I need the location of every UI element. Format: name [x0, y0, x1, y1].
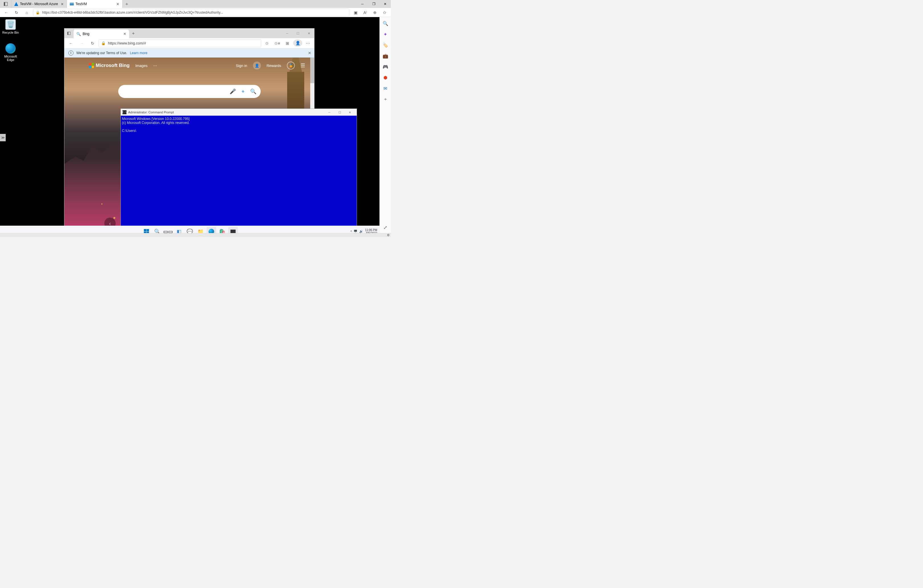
info-icon: i — [68, 51, 74, 56]
desktop-icon-label: Microsoft Edge — [0, 55, 21, 62]
inner-tab-bing[interactable]: 🔍 Bing ✕ — [74, 30, 129, 38]
favorite-button[interactable]: ✩ — [381, 8, 389, 16]
remote-desktop[interactable]: 🗑️ Recycle Bin Microsoft Edge ≫ 🔍 Bing ✕… — [0, 17, 379, 237]
image-search-icon[interactable]: ⌖ — [239, 89, 247, 95]
cmd-prompt: C:\Users\ — [122, 129, 136, 133]
terms-banner: i We're updating our Terms of Use. Learn… — [64, 48, 314, 57]
inner-tab-title: Bing — [83, 32, 89, 36]
clock-time: 11:06 PM — [365, 228, 377, 232]
home-button[interactable]: ⌂ — [23, 8, 31, 16]
url-text: https://bst-c375b4cb-e48d-b6ba3dc52fbf.b… — [42, 10, 223, 15]
nav-more-icon[interactable]: ⋯ — [153, 64, 157, 68]
close-icon[interactable]: ✕ — [123, 32, 126, 36]
scrollbar-thumb[interactable] — [310, 57, 314, 83]
refresh-button[interactable]: ↻ — [88, 39, 97, 47]
search-input[interactable] — [124, 89, 227, 94]
outer-bottom-bar: ⚙ — [0, 233, 391, 237]
recycle-bin-icon: 🗑️ — [5, 20, 16, 30]
tab-testvm[interactable]: TestVM ✕ — [67, 0, 123, 8]
cmd-titlebar[interactable]: C:\ Administrator: Command Prompt ─ ☐ ✕ — [121, 109, 356, 116]
inner-url-input[interactable]: 🔒 https://www.bing.com/# — [99, 39, 261, 47]
bing-logo[interactable]: Microsoft Bing — [89, 63, 130, 68]
close-button[interactable]: ✕ — [304, 28, 314, 38]
vm-icon — [70, 3, 74, 5]
lock-icon: 🔒 — [101, 41, 106, 45]
terms-link[interactable]: Learn more — [130, 51, 147, 55]
desktop-icon-recycle-bin[interactable]: 🗑️ Recycle Bin — [0, 20, 21, 34]
svg-rect-1 — [4, 2, 5, 6]
signin-avatar-icon[interactable]: 👤 — [253, 62, 261, 69]
zoom-button[interactable]: ⊕ — [371, 8, 379, 16]
azure-icon — [14, 2, 18, 6]
maximize-button[interactable]: ☐ — [335, 111, 345, 114]
inner-address-bar: ← → ↻ 🔒 https://www.bing.com/# ✩ ✩≡ ⊞ 👤 … — [64, 38, 314, 48]
inner-tab-strip: 🔍 Bing ✕ ＋ ─ ☐ ✕ — [64, 28, 314, 38]
cmd-window-controls: ─ ☐ ✕ — [324, 111, 355, 114]
inner-tab-actions-button[interactable] — [64, 28, 74, 38]
shopping-icon[interactable]: 🏷️ — [383, 42, 388, 48]
bing-header: Microsoft Bing Images ⋯ Sign in 👤 Reward… — [64, 62, 310, 69]
close-button[interactable]: ✕ — [379, 0, 391, 8]
cmd-window: C:\ Administrator: Command Prompt ─ ☐ ✕ … — [121, 109, 356, 232]
desktop-icon-edge[interactable]: Microsoft Edge — [0, 43, 21, 62]
cmd-line: (c) Microsoft Corporation. All rights re… — [122, 121, 189, 125]
nav-images[interactable]: Images — [135, 64, 148, 68]
close-icon[interactable]: ✕ — [61, 2, 64, 6]
tab-actions-icon — [67, 31, 71, 35]
profile-button[interactable]: 👤 — [293, 39, 302, 47]
hide-sidebar-button[interactable]: ⤢ — [383, 225, 388, 230]
cmd-line: Microsoft Windows [Version 10.0.22000.79… — [122, 117, 189, 121]
hamburger-icon[interactable]: ☰ — [301, 62, 305, 69]
menu-button[interactable]: ⋯ — [304, 39, 312, 47]
settings-icon[interactable]: ⚙ — [387, 233, 390, 237]
inner-url-text: https://www.bing.com/# — [108, 41, 146, 45]
collections-button[interactable]: ⊞ — [283, 39, 292, 47]
minimize-button[interactable]: ─ — [282, 28, 292, 38]
refresh-button[interactable]: ↻ — [13, 8, 21, 16]
favorites-list-button[interactable]: ✩≡ — [273, 39, 282, 47]
close-icon[interactable]: ✕ — [116, 2, 119, 6]
minimize-button[interactable]: ─ — [324, 111, 335, 114]
url-input[interactable]: 🔒 https://bst-c375b4cb-e48d-b6ba3dc52fbf… — [33, 9, 349, 16]
office-icon[interactable]: ⬢ — [383, 75, 388, 80]
tab-title: TestVM - Microsoft Azure — [20, 2, 58, 6]
terms-text: We're updating our Terms of Use. — [76, 51, 127, 55]
tab-azure[interactable]: TestVM - Microsoft Azure ✕ — [11, 0, 67, 8]
back-button[interactable]: ← — [2, 8, 10, 16]
voice-search-icon[interactable]: 🎤 — [229, 88, 237, 95]
forward-button: → — [77, 39, 87, 47]
maximize-button[interactable]: ☐ — [292, 28, 304, 38]
outlook-icon[interactable]: ✉ — [383, 85, 388, 91]
games-icon[interactable]: 🎮 — [383, 64, 388, 69]
window-controls: ─ ❐ ✕ — [356, 0, 391, 8]
inner-window-controls: ─ ☐ ✕ — [282, 28, 314, 38]
microsoft-icon — [89, 63, 94, 68]
new-tab-button[interactable]: ＋ — [123, 0, 131, 8]
bing-search-box[interactable]: 🎤 ⌖ 🔍 — [118, 85, 261, 98]
close-button[interactable]: ✕ — [345, 111, 355, 114]
search-icon[interactable]: 🔍 — [249, 88, 257, 95]
tray-chevron-icon[interactable]: ^ — [350, 230, 352, 233]
discover-icon[interactable]: ✦ — [383, 31, 388, 37]
search-icon[interactable]: 🔍 — [383, 21, 388, 26]
rewards-icon[interactable]: 🏅 — [287, 62, 295, 69]
add-sidebar-button[interactable]: ＋ — [383, 96, 388, 102]
inner-new-tab-button[interactable]: ＋ — [129, 28, 138, 38]
signin-link[interactable]: Sign in — [236, 64, 247, 68]
favorite-button[interactable]: ✩ — [262, 39, 271, 47]
cmd-terminal[interactable]: Microsoft Windows [Version 10.0.22000.79… — [121, 116, 356, 232]
edge-icon — [5, 43, 16, 54]
back-button[interactable]: ← — [66, 39, 76, 47]
tab-actions-icon — [4, 2, 8, 6]
maximize-button[interactable]: ❐ — [368, 0, 379, 8]
cmd-title-text: Administrator: Command Prompt — [128, 110, 174, 114]
enter-immersive-button[interactable]: ▣ — [351, 8, 360, 16]
read-aloud-button[interactable]: A⁾ — [361, 8, 369, 16]
minimize-button[interactable]: ─ — [356, 0, 368, 8]
close-icon[interactable]: ✕ — [308, 51, 311, 55]
bing-icon: 🔍 — [76, 32, 81, 36]
rewards-link[interactable]: Rewards — [267, 64, 281, 68]
tab-actions-button[interactable] — [0, 0, 11, 8]
tools-icon[interactable]: 💼 — [383, 53, 388, 59]
bastion-expand-handle[interactable]: ≫ — [0, 134, 6, 141]
